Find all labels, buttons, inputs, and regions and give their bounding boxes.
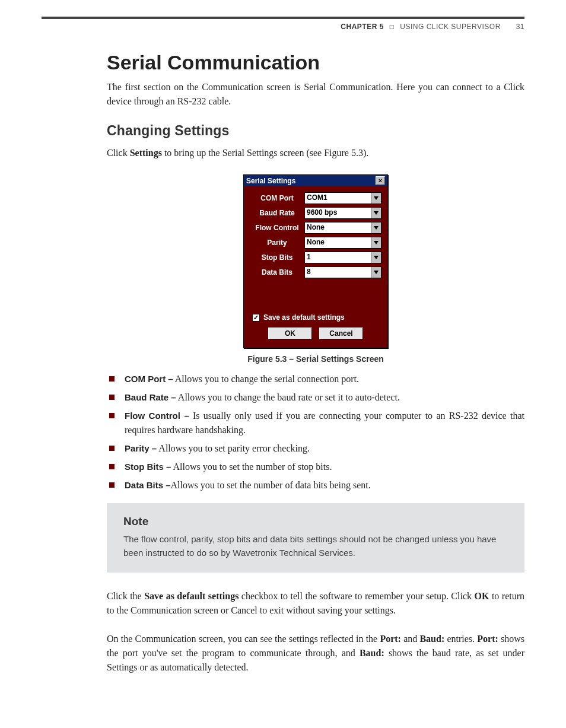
field-row-data-bits: Data Bits 8 <box>250 266 381 278</box>
header-title: USING CLICK SUPERVISOR <box>400 23 500 31</box>
label-com-port: COM Port <box>250 194 304 202</box>
parity-value: None <box>305 237 371 248</box>
term: Parity – <box>125 443 157 453</box>
intro-paragraph: The first section on the Communication s… <box>107 80 524 109</box>
settings-strong: Settings <box>130 148 162 158</box>
chevron-down-icon <box>371 267 381 278</box>
save-default-label: Save as default settings <box>263 313 345 322</box>
svg-marker-4 <box>374 256 379 259</box>
list-item: Data Bits –Allows you to set the number … <box>107 478 524 492</box>
stop-bits-select[interactable]: 1 <box>304 252 381 263</box>
text: and <box>401 634 420 644</box>
desc: Allows you to set the number of data bit… <box>171 480 371 490</box>
data-bits-select[interactable]: 8 <box>304 266 381 278</box>
list-item: COM Port – Allows you to change the seri… <box>107 372 524 386</box>
save-default-checkbox[interactable]: ✓ <box>252 314 260 322</box>
label-data-bits: Data Bits <box>250 268 304 276</box>
definition-list: COM Port – Allows you to change the seri… <box>107 372 524 492</box>
term: Flow Control – <box>125 411 189 421</box>
flow-control-value: None <box>305 222 371 233</box>
page-number: 31 <box>516 23 524 31</box>
running-header: CHAPTER 5 □ USING CLICK SUPERVISOR 31 <box>42 23 524 31</box>
list-item: Parity – Allows you to set parity error … <box>107 441 524 456</box>
text: entries. <box>444 634 477 644</box>
desc: Allows you to set parity error checking. <box>157 443 310 453</box>
strong: Port: <box>477 634 498 644</box>
paragraph-save-default: Click the Save as default settings check… <box>107 589 524 618</box>
cancel-button[interactable]: Cancel <box>319 328 363 339</box>
list-item: Baud Rate – Allows you to change the bau… <box>107 390 524 405</box>
field-row-baud-rate: Baud Rate 9600 bps <box>250 207 381 219</box>
figure-wrap: Serial Settings × COM Port COM1 Baud Rat… <box>107 174 524 364</box>
field-row-stop-bits: Stop Bits 1 <box>250 252 381 263</box>
desc: Allows you to set the number of stop bit… <box>171 462 332 472</box>
chevron-down-icon <box>371 252 381 263</box>
chevron-down-icon <box>371 193 381 204</box>
label-baud-rate: Baud Rate <box>250 209 304 217</box>
page-content: Serial Communication The first section o… <box>42 51 524 675</box>
dialog-titlebar: Serial Settings × <box>244 175 387 186</box>
term: Data Bits – <box>125 480 171 490</box>
header-square-glyph: □ <box>390 23 395 31</box>
term: Stop Bits – <box>125 462 171 472</box>
close-icon[interactable]: × <box>376 176 385 185</box>
chevron-down-icon <box>371 222 381 233</box>
ok-button[interactable]: OK <box>268 328 312 339</box>
strong: Save as default settings <box>144 591 239 601</box>
term: COM Port – <box>125 374 173 384</box>
chevron-down-icon <box>371 237 381 248</box>
svg-marker-2 <box>374 226 379 230</box>
com-port-value: COM1 <box>305 193 371 204</box>
list-item: Stop Bits – Allows you to set the number… <box>107 460 524 474</box>
dialog-title: Serial Settings <box>246 177 295 185</box>
parity-select[interactable]: None <box>304 237 381 249</box>
svg-marker-5 <box>374 271 379 274</box>
list-item: Flow Control – Is usually only used if y… <box>107 409 524 437</box>
text: Click <box>107 148 130 158</box>
figure-caption: Figure 5.3 – Serial Settings Screen <box>107 354 524 364</box>
field-row-com-port: COM Port COM1 <box>250 192 381 204</box>
svg-marker-1 <box>374 211 379 215</box>
label-flow-control: Flow Control <box>250 224 304 232</box>
note-heading: Note <box>123 515 508 528</box>
label-parity: Parity <box>250 239 304 247</box>
chapter-label: CHAPTER 5 <box>341 23 384 31</box>
com-port-select[interactable]: COM1 <box>304 192 381 204</box>
desc: Allows you to change the serial connecti… <box>173 374 359 384</box>
term: Baud Rate – <box>125 392 176 402</box>
data-bits-value: 8 <box>305 267 371 278</box>
text: to bring up the Serial Settings screen (… <box>162 148 368 158</box>
flow-control-select[interactable]: None <box>304 222 381 234</box>
text: Click the <box>107 591 144 601</box>
chevron-down-icon <box>371 208 381 218</box>
page-title: Serial Communication <box>107 51 524 74</box>
click-settings-line: Click Settings to bring up the Serial Se… <box>107 146 524 160</box>
text: On the Communication screen, you can see… <box>107 634 380 644</box>
dialog-spacer <box>250 281 381 310</box>
desc: Allows you to change the baud rate or se… <box>176 392 400 402</box>
field-row-parity: Parity None <box>250 237 381 249</box>
strong: OK <box>475 591 489 601</box>
header-rule <box>42 17 524 19</box>
svg-marker-3 <box>374 241 379 244</box>
strong: Baud: <box>360 648 384 658</box>
save-default-row: ✓ Save as default settings <box>252 313 381 322</box>
text: checkbox to tell the software to remembe… <box>239 591 474 601</box>
paragraph-port-baud: On the Communication screen, you can see… <box>107 632 524 675</box>
dialog-button-row: OK Cancel <box>250 328 381 342</box>
serial-settings-dialog: Serial Settings × COM Port COM1 Baud Rat… <box>243 174 388 348</box>
stop-bits-value: 1 <box>305 252 371 263</box>
field-row-flow-control: Flow Control None <box>250 222 381 234</box>
baud-rate-value: 9600 bps <box>305 208 371 218</box>
label-stop-bits: Stop Bits <box>250 253 304 262</box>
note-box: Note The flow control, parity, stop bits… <box>107 503 524 573</box>
dialog-body: COM Port COM1 Baud Rate 9600 bps Flow Co… <box>244 186 387 348</box>
strong: Port: <box>380 634 401 644</box>
strong: Baud: <box>419 634 444 644</box>
note-body: The flow control, parity, stop bits and … <box>123 533 508 559</box>
subheading-changing-settings: Changing Settings <box>107 123 524 139</box>
baud-rate-select[interactable]: 9600 bps <box>304 207 381 219</box>
svg-marker-0 <box>374 196 379 200</box>
